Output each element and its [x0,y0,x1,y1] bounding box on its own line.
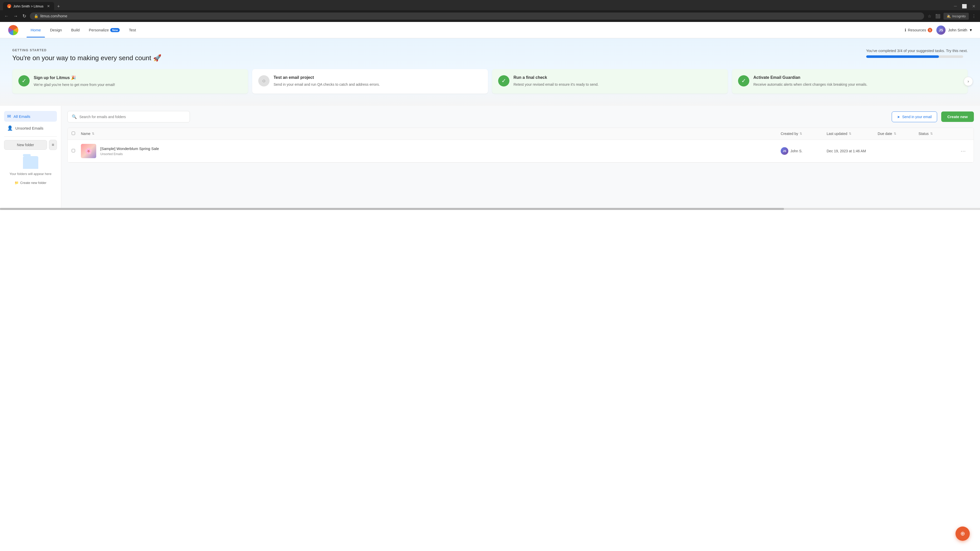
task-card-guardian[interactable]: ✓ Activate Email Guardian Receive automa… [732,69,968,94]
new-folder-area: New folder ≡ [4,140,57,150]
restore-button[interactable]: ⬜ [960,3,969,10]
nav-test[interactable]: Test [125,23,140,37]
user-profile[interactable]: JS John Smith ▾ [936,25,972,35]
creator-name: John S. [791,149,802,153]
task-cards: ✓ Sign up for Litmus 🎉 We're glad you're… [12,69,968,94]
table-row[interactable]: 🌸 [Sample] Wonderblum Spring Sale Unsort… [68,140,974,162]
search-input[interactable] [80,115,186,119]
person-icon: 👤 [7,125,13,131]
url-text: litmus.com/home [40,14,67,18]
table-header: Name ⇅ Created by ⇅ Last updated ⇅ Due d… [68,128,974,140]
nav-personalize[interactable]: Personalize New [85,23,124,37]
task-content-guardian: Activate Email Guardian Receive automati… [753,75,867,87]
browser-menu-button[interactable]: ⋮ [971,13,977,20]
send-icon: ➤ [897,115,900,119]
folder-placeholder-icon [23,156,38,169]
send-email-button[interactable]: ➤ Send in your email [892,111,937,122]
extensions-button[interactable]: ⬛ [934,13,942,20]
sort-icon-updated: ⇅ [849,132,851,135]
task-card-test-email[interactable]: ○ Test an email project Send in your ema… [252,69,488,94]
browser-nav: ← → ↻ 🔒 litmus.com/home ☆ ⬛ 🕵️ Incognito… [0,10,980,22]
sidebar: ✉ All Emails 👤 Unsorted Emails New folde… [0,106,61,208]
close-button[interactable]: ✕ [970,3,977,10]
app-container: Home Design Build Personalize New Test ℹ… [0,22,980,551]
new-folder-button[interactable]: New folder [4,140,47,150]
new-tab-button[interactable]: + [55,3,62,10]
incognito-label: Incognito [952,14,966,18]
col-header-created[interactable]: Created by ⇅ [781,132,827,136]
logo-circle [8,25,18,35]
active-tab[interactable]: 🔥 John Smith > Litmus ✕ [3,2,54,10]
window-controls: ─ ⬜ ✕ [953,3,977,10]
lock-icon: 🔒 [34,14,38,18]
task-icon-guardian: ✓ [738,75,749,86]
email-folder: Unsorted Emails [100,152,123,156]
help-fab-button[interactable]: ⊕ [956,527,970,541]
task-content-final-check: Run a final check Retest your revised em… [514,75,598,87]
sort-icon-created: ⇅ [800,132,802,135]
select-all-checkbox[interactable] [72,132,75,135]
create-folder-link[interactable]: 📁 Create new folder [14,181,46,185]
nav-build[interactable]: Build [67,23,84,37]
send-email-label: Send in your email [902,115,932,119]
task-desc-final-check: Retest your revised email to ensure it's… [514,82,598,87]
nav-design[interactable]: Design [46,23,66,37]
sidebar-all-emails-label: All Emails [14,114,30,119]
email-list-area: 🔍 ➤ Send in your email Create new N [61,106,980,208]
progress-bar-fill [866,56,939,58]
task-card-signup[interactable]: ✓ Sign up for Litmus 🎉 We're glad you're… [12,69,248,94]
back-button[interactable]: ← [3,13,10,20]
task-card-final-check[interactable]: ✓ Run a final check Retest your revised … [492,69,728,94]
minimize-button[interactable]: ─ [953,3,958,10]
task-desc-signup: We're glad you're here to get more from … [34,82,115,87]
col-header-due[interactable]: Due date ⇅ [878,132,918,136]
refresh-button[interactable]: ↻ [21,12,27,20]
folder-add-icon: 📁 [14,181,19,185]
sidebar-divider [4,137,57,137]
row-more-button[interactable]: ⋯ [959,147,968,155]
tab-bar: 🔥 John Smith > Litmus ✕ + [3,2,948,10]
email-icon: ✉ [7,114,11,119]
email-updated-cell: Dec 19, 2023 at 1:46 AM [827,149,878,153]
create-new-button[interactable]: Create new [941,111,974,122]
bookmark-button[interactable]: ☆ [927,13,932,20]
search-box[interactable]: 🔍 [67,111,190,122]
info-icon: ℹ [905,28,906,32]
carousel-next-button[interactable]: › [964,77,973,86]
user-name: John Smith [948,28,967,32]
email-toolbar: 🔍 ➤ Send in your email Create new [67,111,974,122]
nav-home[interactable]: Home [27,23,45,37]
chevron-down-icon: ▾ [970,27,972,32]
hero-progress-section: You've completed 3/4 of your suggested t… [866,48,968,58]
email-table: Name ⇅ Created by ⇅ Last updated ⇅ Due d… [67,127,974,163]
top-navigation: Home Design Build Personalize New Test ℹ… [0,22,980,38]
task-icon-final-check: ✓ [498,75,509,86]
email-thumbnail: 🌸 [81,144,96,158]
app-logo[interactable] [8,25,18,35]
folder-placeholder: Your folders will appear here 📁 Create n… [4,156,57,185]
row-checkbox[interactable] [72,149,75,152]
forward-button[interactable]: → [12,13,19,20]
resources-button[interactable]: ℹ Resources 1 [905,28,932,32]
tab-close-button[interactable]: ✕ [47,4,50,8]
incognito-button[interactable]: 🕵️ Incognito [943,13,969,20]
email-name-cell: 🌸 [Sample] Wonderblum Spring Sale Unsort… [81,144,781,158]
last-updated-text: Dec 19, 2023 at 1:46 AM [827,149,866,153]
sidebar-item-all-emails[interactable]: ✉ All Emails [4,111,57,122]
resources-label: Resources [908,28,926,32]
scrollbar[interactable] [0,208,980,210]
creator-avatar: JS [781,147,788,155]
address-bar[interactable]: 🔒 litmus.com/home [30,13,924,20]
col-header-updated[interactable]: Last updated ⇅ [827,132,878,136]
sort-icon-name: ⇅ [92,132,94,135]
task-content-test-email: Test an email project Send in your email… [274,75,380,87]
nav-right: ℹ Resources 1 JS John Smith ▾ [905,25,972,35]
email-info: [Sample] Wonderblum Spring Sale Unsorted… [100,146,159,156]
col-header-status[interactable]: Status ⇅ [918,132,957,136]
getting-started-label: GETTING STARTED [12,48,161,52]
folder-options-button[interactable]: ≡ [49,140,57,150]
sidebar-item-unsorted[interactable]: 👤 Unsorted Emails [4,123,57,133]
col-header-name[interactable]: Name ⇅ [81,132,781,136]
progress-text: You've completed 3/4 of your suggested t… [866,48,968,53]
incognito-icon: 🕵️ [947,14,951,18]
